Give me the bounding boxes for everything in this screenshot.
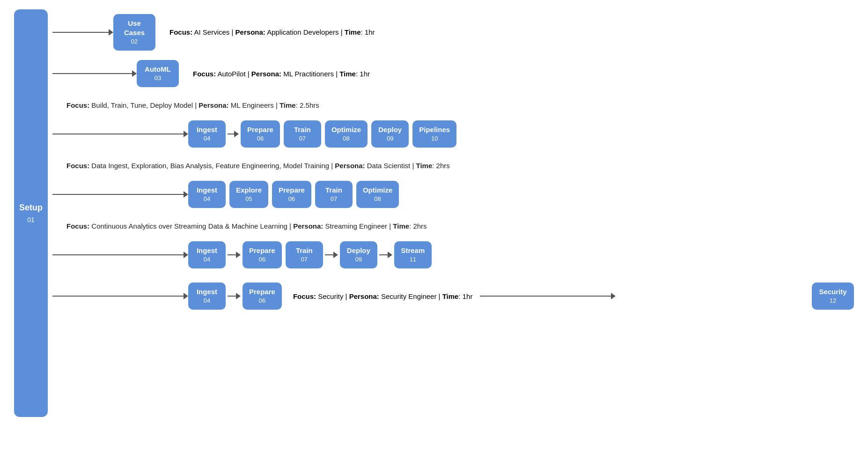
arrow-between-r6-2 [480,293,810,299]
node-use-cases[interactable]: UseCases 02 [113,14,155,51]
node-security-r6[interactable]: Security 12 [812,283,854,310]
row-automl: AutoML 03 Focus: AutoPilot | Persona: ML… [52,55,854,92]
row-streaming: Focus: Continuous Analytics over Streami… [52,213,854,273]
node-prepare-r5[interactable]: Prepare 06 [243,241,282,268]
node-ingest-r6[interactable]: Ingest 04 [188,283,226,310]
node-explore-r4[interactable]: Explore 05 [229,181,268,208]
row-data-scientist: Focus: Data Ingest, Exploration, Bias An… [52,152,854,213]
node-pipelines-r3[interactable]: Pipelines 10 [412,120,456,148]
nodes-row5: Ingest 04 Prepare 06 Train 07 [188,241,432,268]
arrow-row4 [52,191,188,198]
node-number: 02 [120,38,149,46]
node-train-r4[interactable]: Train 07 [315,181,353,208]
focus-row4: Focus: Data Ingest, Exploration, Bias An… [52,157,854,173]
arrow-row5 [52,252,188,258]
row-security: Ingest 04 Prepare 06 Focus: Security | P… [52,273,854,314]
focus-row6: Focus: Security | Persona: Security Engi… [293,292,473,300]
node-train-r3[interactable]: Train 07 [284,120,321,148]
arrow-between-r5-1 [228,252,241,258]
focus-row1: Focus: AI Services | Persona: Applicatio… [169,28,375,36]
setup-block: Setup 01 [14,9,48,417]
focus-row5: Focus: Continuous Analytics over Streami… [52,217,854,234]
node-optimize-r4[interactable]: Optimize 08 [356,181,399,208]
nodes-row3: Ingest 04 Prepare 06 Train 07 [188,120,456,148]
row-ml-engineers: Focus: Build, Train, Tune, Deploy Model … [52,92,854,152]
node-train-r5[interactable]: Train 07 [286,241,323,268]
node-number-automl: 03 [143,74,172,82]
row-use-cases: UseCases 02 Focus: AI Services | Persona… [52,9,854,55]
arrow-between-r5-2 [325,252,338,258]
arrow-between-r6-1 [228,293,241,299]
right-section: UseCases 02 Focus: AI Services | Persona… [48,9,854,314]
arrow-row3 [52,131,188,137]
setup-label: Setup [19,202,43,213]
node-ingest-r3[interactable]: Ingest 04 [188,120,226,148]
node-prepare-r6[interactable]: Prepare 06 [243,283,282,310]
focus-row2: Focus: AutoPilot | Persona: ML Practitio… [193,70,370,78]
node-prepare-r4[interactable]: Prepare 06 [272,181,311,208]
node-deploy-r5[interactable]: Deploy 09 [340,241,377,268]
main-container: Setup 01 UseCases 02 Focus: AI Services … [0,0,868,461]
arrow-row1 [52,29,113,36]
nodes-row6: Ingest 04 Prepare 06 [188,283,282,310]
node-automl[interactable]: AutoML 03 [137,60,179,87]
arrow-row6 [52,293,188,299]
node-prepare-r3[interactable]: Prepare 06 [241,120,280,148]
focus-row3: Focus: Build, Train, Tune, Deploy Model … [52,97,854,113]
node-label: UseCases [124,19,145,37]
node-ingest-r5[interactable]: Ingest 04 [188,241,226,268]
setup-number: 01 [27,216,35,224]
nodes-row4: Ingest 04 Explore 05 Prepare 06 Train 07 [188,181,399,208]
arrow-between-r5-3 [379,252,392,258]
arrow-row2 [52,70,137,77]
node-deploy-r3[interactable]: Deploy 09 [371,120,409,148]
node-label-automl: AutoML [145,65,171,73]
node-optimize-r3[interactable]: Optimize 08 [325,120,368,148]
node-stream-r5[interactable]: Stream 11 [394,241,432,268]
arrow-between-r3-1 [228,131,239,137]
node-ingest-r4[interactable]: Ingest 04 [188,181,226,208]
